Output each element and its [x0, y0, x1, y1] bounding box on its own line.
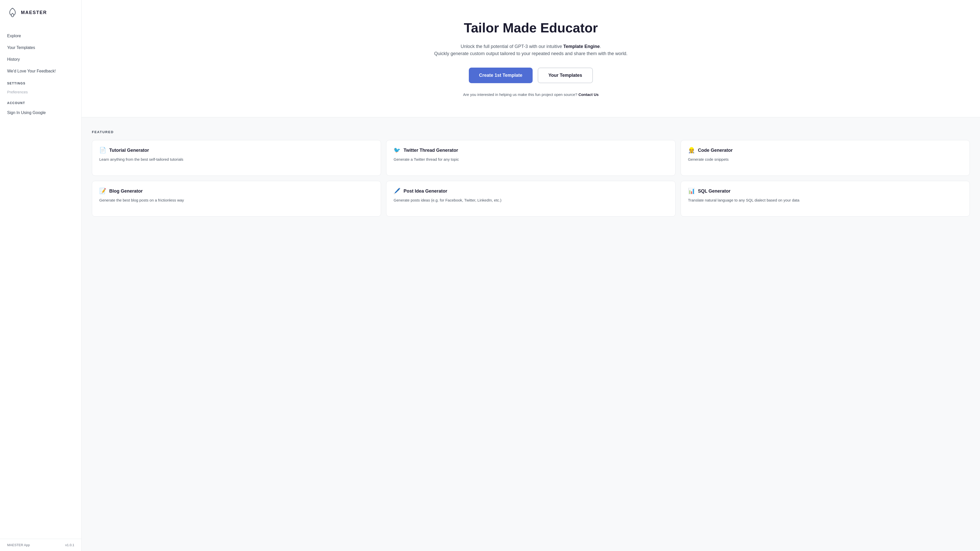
code-generator-title: Code Generator: [698, 148, 733, 153]
sql-generator-title: SQL Generator: [698, 189, 731, 194]
card-twitter-thread-generator[interactable]: 🐦 Twitter Thread Generator Generate a Tw…: [386, 140, 675, 176]
card-sql-generator[interactable]: 📊 SQL Generator Translate natural langua…: [681, 181, 970, 217]
your-templates-button[interactable]: Your Templates: [538, 68, 593, 83]
tutorial-generator-desc: Learn anything from the best self-tailor…: [99, 157, 374, 162]
code-generator-desc: Generate code snippets: [688, 157, 963, 162]
code-generator-icon: 👷: [688, 148, 695, 153]
create-template-button[interactable]: Create 1st Template: [469, 68, 533, 83]
post-idea-generator-title: Post Idea Generator: [404, 189, 447, 194]
hero-cta-plain: Are you interested in helping us make th…: [463, 92, 577, 97]
card-header: 🐦 Twitter Thread Generator: [393, 148, 668, 153]
card-blog-generator[interactable]: 📝 Blog Generator Generate the best blog …: [92, 181, 381, 217]
sidebar-item-feedback[interactable]: We'd Love Your Feedback!: [0, 65, 81, 77]
app-footer-label: MAESTER App: [7, 543, 30, 547]
logo-area: MAESTER: [0, 0, 81, 25]
twitter-thread-generator-title: Twitter Thread Generator: [404, 148, 458, 153]
blog-generator-desc: Generate the best blog posts on a fricti…: [99, 197, 374, 203]
card-post-idea-generator[interactable]: 🖊️ Post Idea Generator Generate posts id…: [386, 181, 675, 217]
hero-cta: Are you interested in helping us make th…: [463, 92, 598, 97]
hero-subtitle-plain: Unlock the full potential of GPT-3 with …: [461, 44, 563, 49]
logo-text: MAESTER: [21, 10, 47, 15]
sidebar-footer: MAESTER App v1.0.1: [0, 539, 81, 551]
twitter-thread-generator-icon: 🐦: [393, 148, 401, 153]
sidebar-item-your-templates[interactable]: Your Templates: [0, 42, 81, 54]
sidebar-item-history[interactable]: History: [0, 54, 81, 65]
sidebar-item-preferences[interactable]: Preferences: [0, 87, 81, 97]
app-version: v1.0.1: [65, 543, 74, 547]
featured-label: FEATURED: [92, 130, 970, 134]
main-content: Tailor Made Educator Unlock the full pot…: [82, 0, 980, 551]
blog-generator-title: Blog Generator: [109, 189, 143, 194]
card-header: 👷 Code Generator: [688, 148, 963, 153]
post-idea-generator-icon: 🖊️: [393, 188, 401, 194]
sql-generator-desc: Translate natural language to any SQL di…: [688, 197, 963, 203]
tutorial-generator-title: Tutorial Generator: [109, 148, 149, 153]
card-tutorial-generator[interactable]: 📄 Tutorial Generator Learn anything from…: [92, 140, 381, 176]
tutorial-generator-icon: 📄: [99, 148, 106, 153]
settings-section-label: SETTINGS: [0, 77, 81, 87]
account-section-label: ACCOUNT: [0, 97, 81, 107]
hero-section: Tailor Made Educator Unlock the full pot…: [82, 0, 980, 118]
hero-subtitle-punctuation: .: [600, 44, 601, 49]
card-header: 📄 Tutorial Generator: [99, 148, 374, 153]
card-code-generator[interactable]: 👷 Code Generator Generate code snippets: [681, 140, 970, 176]
card-header: 📝 Blog Generator: [99, 188, 374, 194]
cards-grid: 📄 Tutorial Generator Learn anything from…: [92, 140, 970, 217]
card-header: 🖊️ Post Idea Generator: [393, 188, 668, 194]
twitter-thread-generator-desc: Generate a Twitter thread for any topic: [393, 157, 668, 162]
contact-us-link[interactable]: Contact Us: [578, 92, 598, 97]
sidebar: MAESTER Explore Your Templates History W…: [0, 0, 82, 551]
hero-subtitle: Unlock the full potential of GPT-3 with …: [434, 43, 627, 58]
hero-subtitle-line2: Quickly generate custom output tailored …: [434, 51, 627, 56]
logo-icon: [7, 7, 18, 18]
hero-title: Tailor Made Educator: [464, 21, 598, 36]
sidebar-item-sign-in[interactable]: Sign In Using Google: [0, 107, 81, 119]
hero-subtitle-bold: Template Engine: [563, 44, 600, 49]
card-header: 📊 SQL Generator: [688, 188, 963, 194]
sidebar-navigation: Explore Your Templates History We'd Love…: [0, 25, 81, 539]
hero-buttons: Create 1st Template Your Templates: [469, 68, 593, 83]
post-idea-generator-desc: Generate posts ideas (e.g. for Facebook,…: [393, 197, 668, 203]
featured-section: FEATURED 📄 Tutorial Generator Learn anyt…: [82, 118, 980, 229]
sidebar-item-explore[interactable]: Explore: [0, 30, 81, 42]
sql-generator-icon: 📊: [688, 188, 695, 194]
blog-generator-icon: 📝: [99, 188, 106, 194]
